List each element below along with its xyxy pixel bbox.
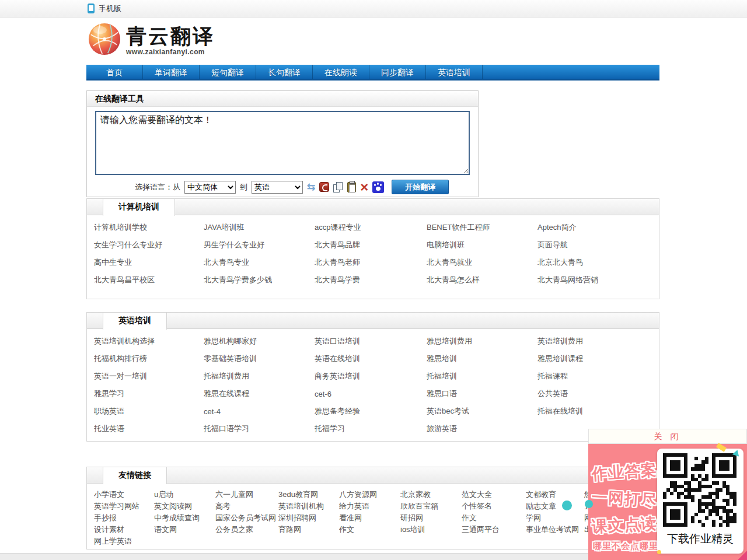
section-link[interactable]: 计算机培训学校: [94, 219, 204, 236]
section-link[interactable]: 零基础英语培训: [204, 350, 315, 368]
section-link[interactable]: 雅思培训费用: [427, 332, 537, 350]
copy-icon[interactable]: [333, 182, 343, 192]
section-link[interactable]: 托业英语: [94, 420, 204, 438]
section-link[interactable]: 高中生专业: [94, 254, 204, 271]
section-link[interactable]: 英语在线培训: [315, 350, 427, 368]
section-link[interactable]: 文都教育: [526, 489, 584, 501]
section-link[interactable]: 北京家教: [400, 489, 462, 501]
section-link[interactable]: 研招网: [400, 512, 462, 524]
section-link[interactable]: 范文大全: [462, 489, 526, 501]
section-link[interactable]: 托福培训费用: [204, 368, 315, 385]
section-link[interactable]: 六一儿童网: [215, 489, 278, 501]
section-link[interactable]: 商务英语培训: [315, 368, 427, 385]
section-link[interactable]: 托福在线培训: [537, 402, 659, 420]
promo-popup-body[interactable]: 作业答案 一网打尽 课文点读 哪里不会点哪里 下载作业精灵: [588, 444, 747, 560]
section-link[interactable]: cet-6: [315, 385, 427, 402]
nav-tab-3[interactable]: 短句翻译: [200, 65, 256, 79]
section-link[interactable]: 雅思在线课程: [204, 385, 315, 402]
section-link[interactable]: 托福学习: [315, 420, 427, 438]
section-link[interactable]: accp课程专业: [315, 219, 427, 236]
section-link[interactable]: 作文: [339, 524, 400, 536]
section-link[interactable]: 北大青鸟品牌: [315, 236, 427, 254]
section-link[interactable]: 北大青鸟学费: [315, 271, 427, 289]
clear-icon[interactable]: ×: [360, 183, 368, 192]
section-link[interactable]: 励志文章: [526, 501, 584, 512]
section-link[interactable]: 北大青鸟老师: [315, 254, 427, 271]
section-link[interactable]: 北大青鸟学费多少钱: [204, 271, 315, 289]
section-link[interactable]: 设计素材: [94, 524, 154, 536]
section-link[interactable]: Aptech简介: [537, 219, 659, 236]
section-link[interactable]: 英语口语培训: [315, 332, 427, 350]
translate-input[interactable]: [95, 111, 470, 175]
section-link[interactable]: 公共英语: [537, 385, 659, 402]
section-link[interactable]: 小学语文: [94, 489, 154, 501]
section-link[interactable]: 雅思口语: [427, 385, 537, 402]
section-link[interactable]: 中考成绩查询: [154, 512, 215, 524]
section-link[interactable]: 雅思培训课程: [537, 350, 659, 368]
section-link[interactable]: 个性签名: [462, 501, 526, 512]
start-translate-button[interactable]: 开始翻译: [392, 180, 449, 194]
section-link[interactable]: 雅思机构哪家好: [204, 332, 315, 350]
paste-icon[interactable]: [347, 182, 356, 192]
section-link[interactable]: 英语学习网站: [94, 501, 154, 512]
section-link[interactable]: 英语培训机构: [278, 501, 339, 512]
section-link[interactable]: 手抄报: [94, 512, 154, 524]
section-link[interactable]: 英语bec考试: [427, 402, 537, 420]
section-link[interactable]: 给力英语: [339, 501, 400, 512]
section-link[interactable]: 事业单位考试网: [526, 524, 584, 536]
section-link[interactable]: 北大青鸟专业: [204, 254, 315, 271]
section-link[interactable]: 页面导航: [537, 236, 659, 254]
section-link[interactable]: 北大青鸟网络营销: [537, 271, 659, 289]
section-link[interactable]: 网上学英语: [94, 536, 154, 547]
section-link[interactable]: 英语一对一培训: [94, 368, 204, 385]
section-link[interactable]: 作文: [462, 512, 526, 524]
site-title[interactable]: 青云翻译: [126, 26, 215, 47]
section-link[interactable]: 托福口语学习: [204, 420, 315, 438]
section-link[interactable]: 北大青鸟怎么样: [427, 271, 537, 289]
section-link[interactable]: 欣欣百宝箱: [400, 501, 462, 512]
section-link[interactable]: 北京北大青鸟: [537, 254, 659, 271]
section-link[interactable]: 女生学习什么专业好: [94, 236, 204, 254]
section-link[interactable]: 英文阅读网: [154, 501, 215, 512]
nav-tab-5[interactable]: 在线朗读: [313, 65, 369, 79]
baidu-paw-icon[interactable]: [372, 181, 384, 193]
section-link[interactable]: 育路网: [278, 524, 339, 536]
section-link[interactable]: 男生学什么专业好: [204, 236, 315, 254]
section-link[interactable]: 公务员之家: [215, 524, 278, 536]
section-link[interactable]: cet-4: [204, 402, 315, 420]
nav-tab-1[interactable]: 首页: [86, 65, 143, 79]
section-link[interactable]: 高考: [215, 501, 278, 512]
site-logo-globe-icon[interactable]: [88, 22, 121, 56]
qr-card[interactable]: 下载作业精灵: [657, 449, 743, 554]
source-language-select[interactable]: 中文简体: [184, 181, 236, 194]
section-link[interactable]: 语文网: [154, 524, 215, 536]
section-link[interactable]: 雅思备考经验: [315, 402, 427, 420]
nav-tab-4[interactable]: 长句翻译: [256, 65, 313, 79]
section-link[interactable]: 职场英语: [94, 402, 204, 420]
nav-tab-6[interactable]: 同步翻译: [369, 65, 426, 79]
section-link[interactable]: 八方资源网: [339, 489, 400, 501]
section-link[interactable]: u启动: [154, 489, 215, 501]
section-link[interactable]: 3edu教育网: [278, 489, 339, 501]
section-link[interactable]: 雅思学习: [94, 385, 204, 402]
section-link[interactable]: 旅游英语: [427, 420, 537, 438]
target-language-select[interactable]: 英语: [252, 181, 303, 194]
popup-close-button[interactable]: 关 闭: [588, 429, 747, 444]
section-link[interactable]: 托福培训: [427, 368, 537, 385]
section-link[interactable]: BENET软件工程师: [427, 219, 537, 236]
section-link[interactable]: 国家公务员考试网: [215, 512, 278, 524]
section-link[interactable]: 托福课程: [537, 368, 659, 385]
section-link[interactable]: 托福机构排行榜: [94, 350, 204, 368]
section-link[interactable]: 深圳招聘网: [278, 512, 339, 524]
section-link[interactable]: 英语培训费用: [537, 332, 659, 350]
nav-tab-7[interactable]: 英语培训: [426, 65, 483, 79]
section-link[interactable]: 北大青鸟就业: [427, 254, 537, 271]
section-link[interactable]: 北大青鸟昌平校区: [94, 271, 204, 289]
swap-languages-icon[interactable]: ⇆: [307, 183, 315, 192]
section-link[interactable]: 看准网: [339, 512, 400, 524]
section-link[interactable]: 学网: [526, 512, 584, 524]
section-link[interactable]: 英语培训机构选择: [94, 332, 204, 350]
section-link[interactable]: 雅思培训: [427, 350, 537, 368]
section-link[interactable]: JAVA培训班: [204, 219, 315, 236]
section-link[interactable]: ios培训: [400, 524, 462, 536]
